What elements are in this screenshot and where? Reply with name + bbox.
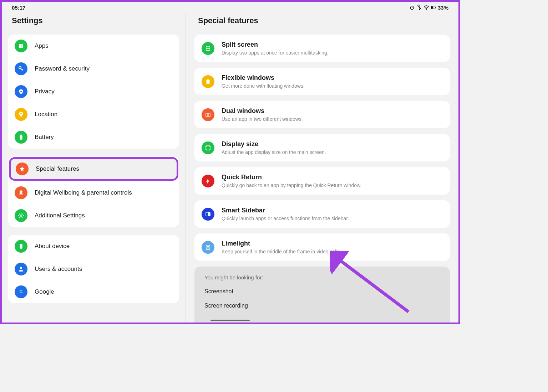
user-icon (15, 263, 27, 275)
sidebar-item-label: Apps (35, 42, 49, 50)
svg-rect-16 (20, 244, 22, 249)
suggestions-header: You might be looking for: (204, 274, 440, 280)
feature-title: Smart Sidebar (222, 207, 443, 214)
svg-text:G: G (20, 290, 23, 294)
home-indicator[interactable] (210, 320, 250, 321)
battery-icon (15, 131, 27, 144)
sidebar-item-label: Special features (36, 165, 79, 172)
feature-panel-title: Special features (194, 13, 450, 35)
feature-flexible-windows[interactable]: Flexible windows Get more done with floa… (194, 68, 450, 95)
feature-title: Dual windows (222, 107, 443, 115)
sidebar-item-label: About device (35, 243, 70, 250)
sidebar-item-special-features[interactable]: Special features (9, 157, 178, 181)
sidebar-item-label: Digital Wellbeing & parental controls (35, 189, 132, 196)
sidebar-item-privacy[interactable]: Privacy (8, 80, 179, 103)
feature-dual-windows[interactable]: Dual windows Use an app in two different… (194, 101, 450, 128)
battery-percent: 33% (438, 5, 448, 11)
feature-limelight[interactable]: Limelight Keep yourself in the middle of… (194, 233, 450, 261)
svg-rect-3 (435, 7, 436, 8)
feature-title: Quick Return (222, 174, 443, 181)
sidebar-icon (202, 208, 214, 221)
feature-title: Flexible windows (222, 74, 443, 82)
battery-icon (431, 5, 436, 10)
svg-point-17 (20, 267, 22, 269)
settings-group-1: Apps Password & security Privacy Locatio… (8, 35, 179, 149)
settings-sidebar: Settings Apps Password & security Privac… (2, 13, 186, 323)
svg-point-10 (20, 91, 22, 92)
feature-desc: Quickly launch apps or access functions … (222, 216, 443, 221)
sidebar-item-password-security[interactable]: Password & security (8, 57, 179, 80)
sidebar-item-about-device[interactable]: About device (8, 235, 179, 258)
suggestion-screen-recording[interactable]: Screen recording (204, 303, 440, 309)
sidebar-item-label: Users & accounts (35, 265, 82, 273)
sidebar-item-label: Privacy (35, 88, 55, 95)
sidebar-item-label: Password & security (35, 65, 90, 72)
feature-desc: Use an app in two different windows. (222, 116, 443, 122)
sidebar-item-location[interactable]: Location (8, 103, 179, 126)
split-icon (202, 42, 214, 55)
feature-title: Split screen (222, 41, 443, 48)
sidebar-item-label: Location (35, 111, 57, 118)
g-icon: G (15, 285, 27, 298)
svg-rect-5 (19, 44, 21, 46)
portrait-icon (202, 241, 214, 254)
bluetooth-icon (416, 5, 422, 10)
feature-quick-return[interactable]: Quick Return Quickly go back to an app b… (194, 167, 450, 195)
svg-point-9 (19, 67, 21, 69)
sidebar-item-label: Battery (35, 134, 54, 141)
star-icon (16, 163, 29, 175)
shield-icon (15, 85, 27, 98)
settings-group-2: Special features Digital Wellbeing & par… (8, 156, 179, 227)
svg-point-28 (208, 246, 209, 247)
feature-split-screen[interactable]: Split screen Display two apps at once fo… (194, 35, 450, 62)
svg-point-1 (426, 9, 427, 10)
svg-rect-8 (21, 46, 23, 48)
feature-desc: Keep yourself in the middle of the frame… (222, 249, 443, 254)
dual-icon (202, 108, 214, 121)
svg-rect-22 (206, 113, 208, 116)
sidebar-item-label: Google (35, 288, 54, 295)
phone-icon (15, 240, 27, 253)
feature-smart-sidebar[interactable]: Smart Sidebar Quickly launch apps or acc… (194, 200, 450, 228)
window-icon (202, 75, 214, 88)
alarm-icon (409, 5, 415, 10)
grid-icon (15, 40, 27, 52)
status-icons: 33% (409, 5, 448, 11)
heart-icon (15, 186, 27, 199)
svg-rect-21 (207, 79, 210, 84)
feature-desc: Get more done with floating windows. (222, 83, 443, 89)
status-time: 05:17 (12, 5, 25, 11)
suggestions-card: You might be looking for: ScreenshotScre… (194, 267, 450, 323)
sidebar-item-label: Additional Settings (35, 212, 85, 219)
svg-point-14 (20, 190, 22, 193)
feature-title: Display size (222, 140, 443, 148)
svg-point-11 (20, 113, 22, 114)
feature-desc: Display two apps at once for easier mult… (222, 50, 443, 56)
settings-group-3: About device Users & accounts G Google (8, 235, 179, 303)
svg-rect-7 (19, 46, 21, 48)
gear-icon (15, 209, 27, 222)
svg-rect-23 (208, 113, 210, 116)
expand-icon (202, 141, 214, 154)
key-icon (15, 62, 27, 75)
status-bar: 05:17 33% (2, 2, 458, 13)
svg-point-15 (20, 215, 22, 217)
sidebar-item-google[interactable]: G Google (8, 280, 179, 303)
sidebar-item-users-accounts[interactable]: Users & accounts (8, 258, 179, 280)
feature-panel: Special features Split screen Display tw… (186, 13, 458, 323)
svg-rect-26 (208, 212, 210, 216)
feature-display-size[interactable]: Display size Adjust the app display size… (194, 134, 450, 161)
wifi-icon (423, 5, 429, 10)
pin-icon (15, 108, 27, 121)
svg-rect-6 (21, 44, 23, 46)
sidebar-item-apps[interactable]: Apps (8, 35, 179, 57)
sidebar-item-additional-settings[interactable]: Additional Settings (8, 204, 179, 227)
sidebar-item-battery[interactable]: Battery (8, 126, 179, 149)
svg-rect-13 (21, 135, 22, 135)
svg-rect-4 (432, 6, 433, 8)
sidebar-item-digital-wellbeing-parental-controls[interactable]: Digital Wellbeing & parental controls (8, 181, 179, 204)
feature-desc: Quickly go back to an app by tapping the… (222, 182, 443, 188)
bolt-icon (202, 175, 214, 187)
suggestion-screenshot[interactable]: Screenshot (204, 288, 440, 295)
feature-title: Limelight (222, 240, 443, 247)
